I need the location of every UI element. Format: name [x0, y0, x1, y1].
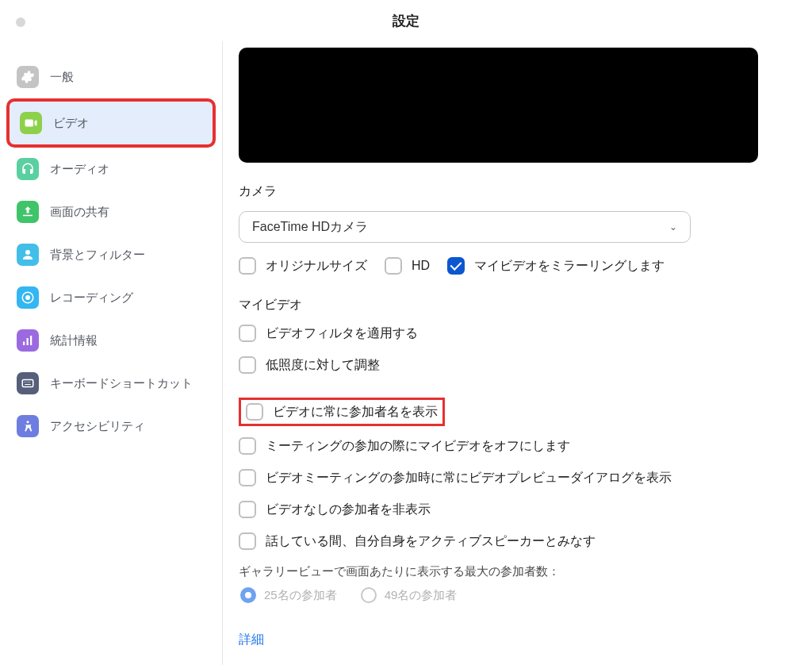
video-filter-label: ビデオフィルタを適用する	[266, 325, 418, 342]
preview-dialog-label: ビデオミーティングの参加時に常にビデオプレビューダイアログを表示	[266, 470, 672, 486]
sidebar-item-label: アクセシビリティ	[50, 419, 145, 434]
video-preview	[239, 48, 758, 163]
sidebar-item-general[interactable]: 一般	[6, 56, 216, 98]
keyboard-icon	[17, 372, 39, 394]
close-icon[interactable]	[16, 17, 25, 27]
sidebar-item-audio[interactable]: オーディオ	[6, 148, 216, 190]
sidebar-item-label: 一般	[50, 70, 74, 85]
sidebar-item-recording[interactable]: レコーディング	[6, 276, 216, 319]
gallery-max-label: ギャラリービューで画面あたりに表示する最大の参加者数：	[239, 564, 796, 579]
record-icon	[17, 286, 39, 309]
sidebar-item-label: 画面の共有	[50, 205, 109, 220]
sidebar-item-statistics[interactable]: 統計情報	[6, 319, 216, 362]
sidebar-item-accessibility[interactable]: アクセシビリティ	[6, 405, 216, 448]
radio-icon	[240, 587, 256, 603]
video-icon	[20, 112, 42, 134]
sidebar-item-label: レコーディング	[50, 290, 133, 306]
lowlight-label: 低照度に対して調整	[266, 357, 380, 374]
always-show-name-checkbox[interactable]	[246, 403, 263, 421]
camera-section-label: カメラ	[239, 183, 796, 200]
active-speaker-label: 話している間、自分自身をアクティブスピーカーとみなす	[266, 533, 596, 550]
svg-point-3	[27, 421, 29, 423]
accessibility-icon	[17, 415, 39, 437]
gallery-25-label: 25名の参加者	[264, 588, 337, 603]
headphones-icon	[17, 158, 39, 180]
original-size-checkbox[interactable]	[239, 257, 256, 275]
sidebar-item-label: オーディオ	[50, 162, 109, 177]
myvideo-section-label: マイビデオ	[239, 297, 796, 313]
lowlight-checkbox[interactable]	[239, 356, 256, 374]
sidebar: 一般 ビデオ オーディオ 画面の共有 背景とフィルター	[0, 41, 223, 665]
radio-icon	[361, 587, 377, 603]
camera-select[interactable]: FaceTime HDカメラ ⌄	[239, 211, 691, 243]
hide-novideo-checkbox[interactable]	[239, 501, 256, 518]
svg-point-1	[25, 295, 30, 300]
sidebar-item-label: キーボードショートカット	[50, 376, 193, 391]
sidebar-item-share-screen[interactable]: 画面の共有	[6, 190, 216, 233]
settings-content: カメラ FaceTime HDカメラ ⌄ オリジナルサイズ HD マイビデオをミ…	[223, 41, 812, 665]
mirror-checkbox[interactable]	[447, 257, 465, 275]
hide-novideo-label: ビデオなしの参加者を非表示	[266, 502, 431, 518]
off-on-join-checkbox[interactable]	[239, 437, 256, 455]
active-speaker-checkbox[interactable]	[239, 532, 256, 550]
camera-selected-value: FaceTime HDカメラ	[252, 219, 368, 236]
sidebar-item-video[interactable]: ビデオ	[6, 98, 216, 148]
window-title: 設定	[0, 12, 812, 30]
gear-icon	[17, 66, 39, 88]
gallery-25-radio[interactable]: 25名の参加者	[240, 587, 337, 603]
sidebar-item-label: ビデオ	[53, 116, 89, 131]
advanced-link[interactable]: 詳細	[239, 632, 796, 648]
hd-label: HD	[412, 259, 430, 273]
original-size-label: オリジナルサイズ	[266, 258, 367, 275]
preview-dialog-checkbox[interactable]	[239, 469, 256, 486]
always-show-name-label: ビデオに常に参加者名を表示	[273, 404, 438, 421]
hd-checkbox[interactable]	[385, 257, 402, 275]
gallery-49-radio[interactable]: 49名の参加者	[361, 587, 458, 603]
video-filter-checkbox[interactable]	[239, 325, 256, 342]
sidebar-item-label: 背景とフィルター	[50, 248, 145, 263]
sidebar-item-keyboard[interactable]: キーボードショートカット	[6, 362, 216, 405]
off-on-join-label: ミーティングの参加の際にマイビデオをオフにします	[266, 438, 570, 455]
person-icon	[17, 244, 39, 266]
mirror-label: マイビデオをミラーリングします	[474, 258, 665, 275]
sidebar-item-background[interactable]: 背景とフィルター	[6, 233, 216, 276]
chevron-down-icon: ⌄	[669, 221, 677, 233]
sidebar-item-label: 統計情報	[50, 333, 98, 348]
share-screen-icon	[17, 201, 39, 223]
stats-icon	[17, 329, 39, 352]
svg-rect-2	[22, 380, 33, 387]
gallery-49-label: 49名の参加者	[385, 588, 458, 603]
